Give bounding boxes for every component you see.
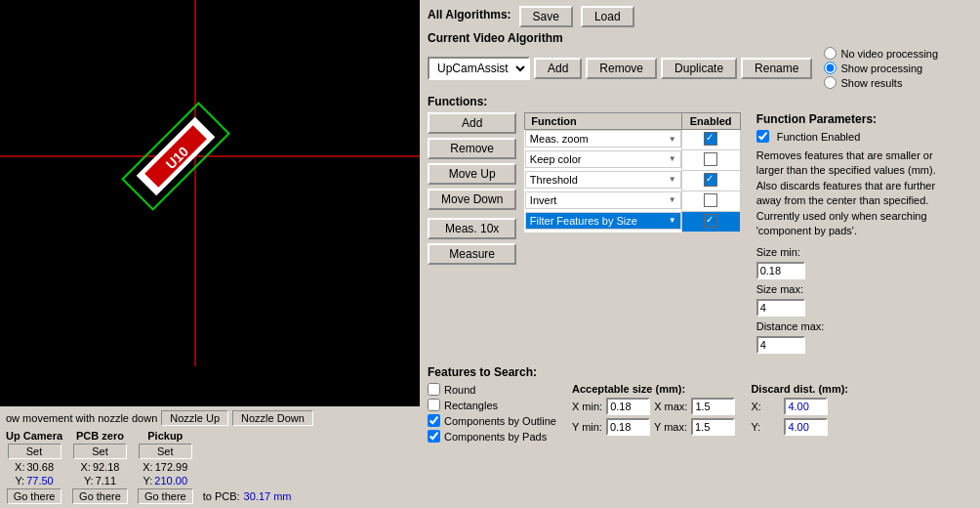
enabled-col-header: Enabled [681, 113, 740, 130]
remove-function-button[interactable]: Remove [428, 138, 516, 159]
show-processing-radio[interactable] [824, 62, 837, 74]
size-min-input[interactable] [756, 262, 805, 279]
pickup-label: Pickup [147, 430, 183, 442]
discard-distance-group: Discard dist. (mm): X: Y: [751, 383, 848, 436]
x-min-input[interactable] [606, 398, 650, 415]
up-camera-x-label: X: [15, 461, 24, 473]
pcb-zero-y-label: Y: [84, 475, 94, 487]
discard-y-input[interactable] [784, 418, 828, 436]
move-down-button[interactable]: Move Down [428, 189, 516, 210]
table-row[interactable]: Invert▼ [525, 191, 740, 212]
components-pads-label: Components by Pads [444, 431, 547, 443]
distance-max-label: Distance max: [756, 320, 825, 332]
pcb-zero-label: PCB zero [76, 430, 124, 442]
pickup-set-button[interactable]: Set [139, 444, 192, 459]
components-outline-row: Components by Outline [428, 414, 556, 427]
move-up-button[interactable]: Move Up [428, 163, 516, 185]
pcb-zero-set-button[interactable]: Set [73, 444, 127, 459]
no-video-label: No video processing [840, 48, 938, 60]
enabled-checkbox-unchecked[interactable] [704, 193, 717, 207]
pcb-zero-column: PCB zero Set X: 92.18 Y: 7.11 Go there [72, 430, 128, 504]
features-to-search-label: Features to Search: [428, 365, 972, 379]
pickup-x-label: X: [143, 461, 152, 473]
up-camera-column: Up Camera Set X: 30.68 Y: 77.50 Go there [6, 430, 62, 504]
function-enabled-checkbox[interactable] [756, 130, 769, 143]
enabled-checkbox-checked[interactable] [704, 173, 717, 187]
enabled-checkbox-checked[interactable] [704, 214, 717, 228]
save-algorithm-button[interactable]: Save [519, 6, 573, 27]
current-algo-label: Current Video Algorithm [428, 31, 563, 45]
discard-label: Discard dist. (mm): [751, 383, 848, 395]
function-table-area: Function Enabled Meas. zoom▼Keep color▼T… [524, 112, 740, 358]
show-results-row: Show results [824, 76, 938, 89]
all-algorithms-label: All Algorithms: [428, 8, 511, 21]
size-max-label: Size max: [756, 283, 803, 295]
distance-max-input[interactable] [756, 336, 805, 354]
up-camera-label: Up Camera [6, 430, 62, 442]
meas-10x-button[interactable]: Meas. 10x [428, 218, 516, 239]
function-col-header: Function [525, 113, 681, 130]
up-camera-y-value: 77.50 [26, 475, 54, 487]
load-algorithm-button[interactable]: Load [581, 6, 634, 27]
up-camera-set-button[interactable]: Set [8, 444, 61, 459]
function-description: Removes features that are smaller or lar… [756, 148, 952, 238]
up-camera-x-value: 30.68 [26, 461, 54, 473]
function-parameters: Function Parameters: Function Enabled Re… [756, 112, 972, 358]
components-outline-checkbox[interactable] [428, 414, 440, 427]
show-results-label: Show results [840, 77, 902, 89]
measure-button[interactable]: Measure [428, 243, 516, 265]
algorithm-select[interactable]: UpCamAssist [428, 57, 530, 80]
bottom-bar: ow movement with nozzle down Nozzle Up N… [0, 406, 420, 508]
table-row[interactable]: Threshold▼ [525, 171, 740, 191]
pcb-zero-x-label: X: [81, 461, 91, 473]
add-algo-button[interactable]: Add [534, 58, 582, 79]
y-max-label: Y max: [654, 421, 687, 433]
right-panel: All Algorithms: Save Load Current Video … [420, 0, 980, 508]
x-min-label: X min: [572, 401, 602, 412]
remove-algo-button[interactable]: Remove [586, 58, 657, 79]
components-pads-checkbox[interactable] [428, 430, 440, 443]
size-max-input[interactable] [756, 299, 805, 317]
y-max-input[interactable] [691, 418, 735, 436]
discard-y-label: Y: [751, 421, 780, 433]
no-video-radio[interactable] [824, 47, 837, 60]
discard-x-input[interactable] [784, 398, 828, 415]
table-row[interactable]: Filter Features by Size▼ [525, 212, 740, 233]
camera-panel: U10 ow movement with nozzle down Nozzle … [0, 0, 420, 508]
nozzle-down-button[interactable]: Nozzle Down [232, 410, 313, 426]
function-buttons: Add Remove Move Up Move Down Meas. 10x M… [428, 112, 516, 358]
table-row[interactable]: Keep color▼ [525, 150, 740, 171]
x-max-input[interactable] [691, 398, 735, 415]
components-pads-row: Components by Pads [428, 430, 556, 443]
duplicate-algo-button[interactable]: Duplicate [661, 58, 737, 79]
up-camera-y-label: Y: [15, 475, 24, 487]
round-row: Round [428, 383, 556, 396]
pickup-go-there-button[interactable]: Go there [138, 488, 193, 504]
acceptable-size-label: Acceptable size (mm): [572, 383, 735, 395]
pcb-distance-label: to PCB: [203, 490, 240, 502]
enabled-checkbox-unchecked[interactable] [704, 152, 717, 166]
round-checkbox[interactable] [428, 383, 440, 396]
rename-algo-button[interactable]: Rename [741, 58, 812, 79]
add-function-button[interactable]: Add [428, 112, 516, 134]
no-video-row: No video processing [824, 47, 938, 60]
pickup-column: Pickup Set X: 172.99 Y: 210.00 Go there [138, 430, 193, 504]
discard-x-label: X: [751, 401, 780, 412]
function-enabled-label: Function Enabled [777, 131, 861, 143]
table-row[interactable]: Meas. zoom▼ [525, 130, 740, 150]
y-min-input[interactable] [606, 418, 650, 436]
nozzle-up-button[interactable]: Nozzle Up [161, 410, 228, 426]
pickup-y-label: Y: [143, 475, 153, 487]
up-camera-go-there-button[interactable]: Go there [7, 488, 62, 504]
features-checkboxes: Round Rectangles Components by Outline [428, 383, 556, 443]
enabled-checkbox-checked[interactable] [704, 132, 717, 146]
pcb-zero-x-value: 92.18 [93, 461, 120, 473]
show-processing-label: Show processing [840, 63, 922, 74]
function-table: Function Enabled Meas. zoom▼Keep color▼T… [524, 112, 740, 233]
rectangles-checkbox[interactable] [428, 399, 440, 411]
pickup-x-value: 172.99 [155, 461, 188, 473]
x-max-label: X max: [654, 401, 687, 412]
show-results-radio[interactable] [824, 76, 837, 89]
rectangles-label: Rectangles [444, 400, 498, 411]
pcb-zero-go-there-button[interactable]: Go there [72, 488, 128, 504]
